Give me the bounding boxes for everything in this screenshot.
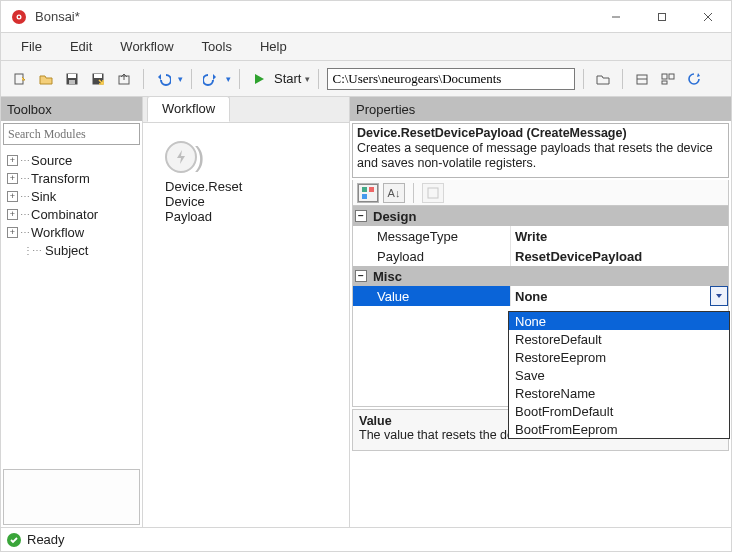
node-label: Device.Reset Device Payload	[165, 179, 279, 224]
properties-title-line: Device.ResetDevicePayload (CreateMessage…	[357, 126, 724, 141]
tab-workflow[interactable]: Workflow	[147, 96, 230, 122]
tree-item-workflow[interactable]: +⋯Workflow	[5, 223, 138, 241]
category-misc[interactable]: −Misc	[353, 266, 728, 286]
browse-folder-icon[interactable]	[592, 68, 614, 90]
start-button[interactable]	[248, 68, 270, 90]
svg-rect-9	[68, 74, 76, 78]
toolbar: ▾ ▾ Start ▾	[1, 61, 731, 97]
package-manager-icon[interactable]	[631, 68, 653, 90]
separator	[583, 69, 584, 89]
prop-row-message-type[interactable]: MessageType Write	[353, 226, 728, 246]
menu-help[interactable]: Help	[248, 36, 299, 57]
tree-item-transform[interactable]: +⋯Transform	[5, 169, 138, 187]
svg-rect-22	[428, 188, 438, 198]
main-window: Bonsai* File Edit Workflow Tools Help	[0, 0, 732, 552]
svg-rect-7	[15, 74, 23, 84]
dropdown-option-save[interactable]: Save	[509, 366, 729, 384]
category-design[interactable]: −Design	[353, 206, 728, 226]
tree-item-combinator[interactable]: +⋯Combinator	[5, 205, 138, 223]
svg-rect-12	[94, 74, 102, 78]
svg-point-2	[18, 15, 20, 17]
property-pages-icon[interactable]	[422, 183, 444, 203]
menu-edit[interactable]: Edit	[58, 36, 104, 57]
window-title: Bonsai*	[35, 9, 80, 24]
node-icon	[165, 141, 197, 173]
value-dropdown-button[interactable]	[710, 286, 728, 306]
svg-rect-10	[69, 80, 75, 84]
svg-rect-17	[669, 74, 674, 79]
minimize-button[interactable]	[593, 1, 639, 33]
dropdown-option-restoreeeprom[interactable]: RestoreEeprom	[509, 348, 729, 366]
paren-icon: )	[195, 146, 204, 168]
undo-icon[interactable]	[152, 68, 174, 90]
titlebar: Bonsai*	[1, 1, 731, 33]
menu-file[interactable]: File	[9, 36, 54, 57]
redo-icon[interactable]	[200, 68, 222, 90]
app-icon	[11, 9, 27, 25]
svg-rect-16	[662, 74, 667, 79]
categorized-view-icon[interactable]	[357, 183, 379, 203]
svg-rect-20	[369, 187, 374, 192]
properties-description: Device.ResetDevicePayload (CreateMessage…	[352, 123, 729, 178]
toolbox-panel: Toolbox +⋯Source +⋯Transform +⋯Sink +⋯Co…	[1, 97, 143, 527]
separator	[143, 69, 144, 89]
start-dropdown-icon[interactable]: ▾	[305, 74, 310, 84]
workflow-node[interactable]: ) Device.Reset Device Payload	[159, 141, 279, 224]
properties-desc-text: Creates a sequence of message payloads t…	[357, 141, 724, 171]
svg-rect-21	[362, 194, 367, 199]
export-icon[interactable]	[113, 68, 135, 90]
menu-tools[interactable]: Tools	[190, 36, 244, 57]
properties-header: Properties	[350, 97, 731, 121]
save-as-icon[interactable]	[87, 68, 109, 90]
alphabetical-view-icon[interactable]: A↓	[383, 183, 405, 203]
separator	[413, 183, 414, 203]
separator	[622, 69, 623, 89]
toolbox-header: Toolbox	[1, 97, 142, 121]
module-tree[interactable]: +⋯Source +⋯Transform +⋯Sink +⋯Combinator…	[1, 147, 142, 467]
dropdown-option-bootfromdefault[interactable]: BootFromDefault	[509, 402, 729, 420]
maximize-button[interactable]	[639, 1, 685, 33]
gallery-icon[interactable]	[657, 68, 679, 90]
menubar: File Edit Workflow Tools Help	[1, 33, 731, 61]
save-icon[interactable]	[61, 68, 83, 90]
refresh-icon[interactable]	[683, 68, 705, 90]
svg-rect-18	[662, 81, 667, 84]
dropdown-option-none[interactable]: None	[509, 312, 729, 330]
tree-item-sink[interactable]: +⋯Sink	[5, 187, 138, 205]
statusbar: Ready	[1, 527, 731, 551]
new-icon[interactable]	[9, 68, 31, 90]
toolbox-description-box	[3, 469, 140, 525]
menu-workflow[interactable]: Workflow	[108, 36, 185, 57]
prop-row-value[interactable]: Value None	[353, 286, 728, 306]
properties-toolbar: A↓	[352, 180, 729, 206]
value-dropdown-list[interactable]: None RestoreDefault RestoreEeprom Save R…	[508, 311, 730, 439]
start-label[interactable]: Start	[274, 71, 301, 86]
separator	[191, 69, 192, 89]
workflow-tabstrip: Workflow	[143, 97, 349, 123]
svg-rect-4	[659, 13, 666, 20]
properties-panel: Properties Device.ResetDevicePayload (Cr…	[349, 97, 731, 527]
workflow-panel: Workflow ) Device.Reset Device Payload	[143, 97, 349, 527]
separator	[318, 69, 319, 89]
svg-rect-19	[362, 187, 367, 192]
tree-item-source[interactable]: +⋯Source	[5, 151, 138, 169]
status-ok-icon	[7, 533, 21, 547]
open-icon[interactable]	[35, 68, 57, 90]
separator	[239, 69, 240, 89]
dropdown-option-bootfromeeprom[interactable]: BootFromEeprom	[509, 420, 729, 438]
prop-row-payload[interactable]: Payload ResetDevicePayload	[353, 246, 728, 266]
path-input[interactable]	[327, 68, 575, 90]
workflow-canvas[interactable]: ) Device.Reset Device Payload	[143, 123, 349, 527]
tree-item-subject[interactable]: ⋮⋯Subject	[5, 241, 138, 259]
status-text: Ready	[27, 532, 65, 547]
close-button[interactable]	[685, 1, 731, 33]
search-input[interactable]	[3, 123, 140, 145]
dropdown-option-restorename[interactable]: RestoreName	[509, 384, 729, 402]
dropdown-option-restoredefault[interactable]: RestoreDefault	[509, 330, 729, 348]
